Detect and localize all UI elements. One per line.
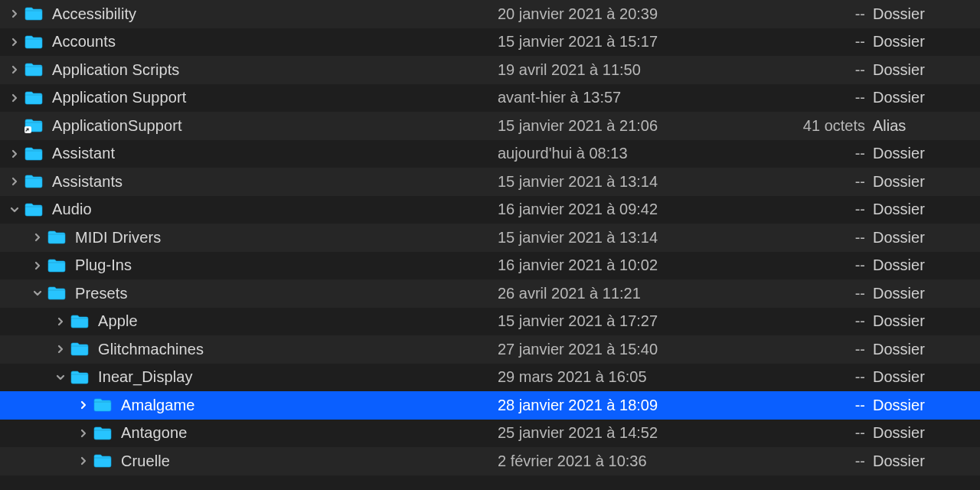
file-date: 28 janvier 2021 à 18:09: [498, 397, 781, 414]
file-row[interactable]: Glitchmachines27 janvier 2021 à 15:40--D…: [0, 335, 980, 364]
file-date: 15 janvier 2021 à 13:14: [498, 229, 781, 247]
file-row[interactable]: Audio16 janvier 2021 à 09:42--Dossier: [0, 196, 980, 224]
file-size: --: [781, 256, 873, 274]
file-size: --: [781, 452, 873, 470]
file-name[interactable]: ApplicationSupport: [52, 117, 498, 135]
file-kind: Dossier: [873, 256, 980, 274]
chevron-right-icon[interactable]: [77, 398, 90, 412]
file-date: 26 avril 2021 à 11:21: [498, 285, 781, 302]
file-kind: Dossier: [873, 341, 980, 358]
chevron-down-icon[interactable]: [54, 371, 67, 384]
file-name[interactable]: Antagone: [121, 424, 498, 442]
file-kind: Dossier: [873, 89, 980, 106]
file-name[interactable]: Audio: [52, 201, 498, 218]
file-kind: Dossier: [873, 5, 980, 23]
file-size: --: [781, 33, 873, 51]
chevron-right-icon[interactable]: [8, 91, 21, 105]
folder-icon: [70, 341, 89, 357]
file-date: 16 janvier 2021 à 09:42: [498, 201, 781, 218]
file-kind: Alias: [873, 117, 980, 135]
file-row[interactable]: Accessibility20 janvier 2021 à 20:39--Do…: [0, 0, 980, 28]
file-size: --: [781, 229, 873, 247]
file-size: --: [781, 424, 873, 442]
chevron-right-icon[interactable]: [8, 175, 21, 188]
folder-icon: [24, 6, 43, 21]
folder-icon: [47, 258, 66, 273]
file-name[interactable]: Application Support: [52, 89, 498, 106]
file-size: 41 octets: [781, 117, 873, 135]
file-row[interactable]: Inear_Display29 mars 2021 à 16:05--Dossi…: [0, 364, 980, 392]
file-row[interactable]: Amalgame28 janvier 2021 à 18:09--Dossier: [0, 391, 980, 420]
file-row[interactable]: Plug-Ins16 janvier 2021 à 10:02--Dossier: [0, 252, 980, 280]
file-kind: Dossier: [873, 368, 980, 386]
file-name[interactable]: Accessibility: [52, 5, 498, 23]
file-row[interactable]: MIDI Drivers15 janvier 2021 à 13:14--Dos…: [0, 224, 980, 252]
folder-icon: [24, 62, 43, 77]
chevron-right-icon[interactable]: [77, 454, 90, 468]
file-date: 2 février 2021 à 10:36: [498, 452, 781, 470]
file-row[interactable]: ApplicationSupport15 janvier 2021 à 21:0…: [0, 112, 980, 140]
chevron-right-icon[interactable]: [77, 426, 90, 440]
file-kind: Dossier: [873, 397, 980, 414]
file-row[interactable]: Application Supportavant-hier à 13:57--D…: [0, 84, 980, 113]
file-name[interactable]: Presets: [75, 285, 498, 302]
file-name[interactable]: Assistants: [52, 173, 498, 191]
file-name[interactable]: Plug-Ins: [75, 256, 498, 274]
file-list[interactable]: Accessibility20 janvier 2021 à 20:39--Do…: [0, 0, 980, 475]
file-size: --: [781, 341, 873, 358]
file-name[interactable]: Apple: [98, 312, 498, 330]
file-date: 15 janvier 2021 à 13:14: [498, 173, 781, 191]
file-size: --: [781, 61, 873, 79]
file-row[interactable]: Cruelle2 février 2021 à 10:36--Dossier: [0, 447, 980, 475]
file-name[interactable]: Accounts: [52, 33, 498, 51]
chevron-right-icon[interactable]: [31, 259, 44, 273]
file-size: --: [781, 173, 873, 191]
file-row[interactable]: Presets26 avril 2021 à 11:21--Dossier: [0, 279, 980, 308]
chevron-right-icon[interactable]: [8, 7, 21, 21]
file-size: --: [781, 397, 873, 414]
file-date: 16 janvier 2021 à 10:02: [498, 256, 781, 274]
file-name[interactable]: Assistant: [52, 145, 498, 162]
file-kind: Dossier: [873, 452, 980, 470]
file-name[interactable]: Inear_Display: [98, 368, 498, 386]
folder-icon: [70, 370, 89, 385]
folder-icon: [24, 202, 43, 217]
chevron-right-icon[interactable]: [54, 342, 67, 356]
folder-icon: [24, 34, 43, 50]
file-date: 29 mars 2021 à 16:05: [498, 368, 781, 386]
file-row[interactable]: Assistantaujourd'hui à 08:13--Dossier: [0, 140, 980, 168]
file-size: --: [781, 368, 873, 386]
chevron-down-icon[interactable]: [8, 203, 21, 217]
chevron-right-icon[interactable]: [8, 63, 21, 77]
file-row[interactable]: Application Scripts19 avril 2021 à 11:50…: [0, 56, 980, 84]
file-row[interactable]: Assistants15 janvier 2021 à 13:14--Dossi…: [0, 168, 980, 196]
chevron-right-icon[interactable]: [8, 35, 21, 49]
file-name[interactable]: Glitchmachines: [98, 341, 498, 358]
file-kind: Dossier: [873, 173, 980, 191]
file-date: 19 avril 2021 à 11:50: [498, 61, 781, 79]
file-row[interactable]: Apple15 janvier 2021 à 17:27--Dossier: [0, 308, 980, 336]
file-kind: Dossier: [873, 424, 980, 442]
chevron-down-icon[interactable]: [31, 286, 44, 300]
file-name[interactable]: Cruelle: [121, 452, 498, 470]
file-name[interactable]: Amalgame: [121, 397, 498, 414]
chevron-right-icon[interactable]: [54, 315, 67, 328]
file-size: --: [781, 5, 873, 23]
file-kind: Dossier: [873, 285, 980, 302]
file-name[interactable]: MIDI Drivers: [75, 229, 498, 247]
file-row[interactable]: Antagone25 janvier 2021 à 14:52--Dossier: [0, 420, 980, 448]
folder-icon: [93, 426, 112, 441]
folder-icon: [24, 90, 43, 106]
alias-folder-icon: [24, 118, 43, 133]
file-date: 15 janvier 2021 à 21:06: [498, 117, 781, 135]
file-kind: Dossier: [873, 61, 980, 79]
file-size: --: [781, 312, 873, 330]
file-date: 15 janvier 2021 à 17:27: [498, 312, 781, 330]
file-date: aujourd'hui à 08:13: [498, 145, 781, 162]
file-row[interactable]: Accounts15 janvier 2021 à 15:17--Dossier: [0, 28, 980, 57]
file-size: --: [781, 201, 873, 218]
chevron-right-icon[interactable]: [31, 230, 44, 244]
chevron-right-icon[interactable]: [8, 147, 21, 161]
file-name[interactable]: Application Scripts: [52, 61, 498, 79]
file-size: --: [781, 285, 873, 302]
